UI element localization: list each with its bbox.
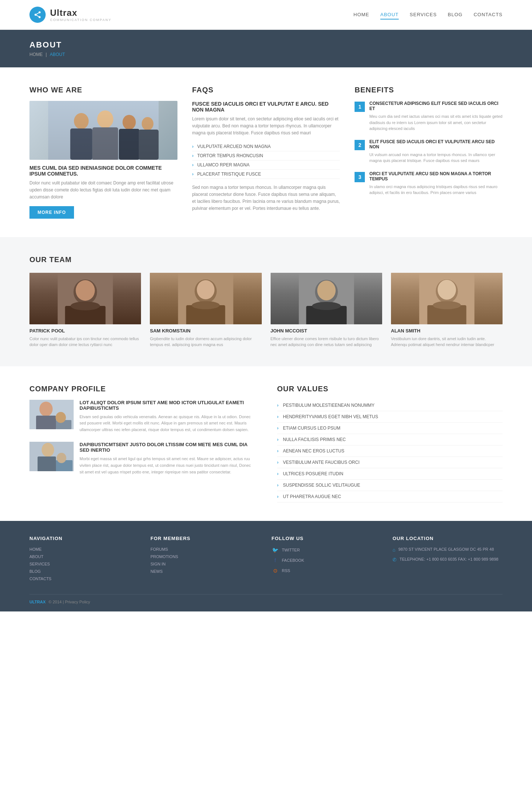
svg-line-3 <box>36 15 39 17</box>
who-we-are-section: WHO WE ARE <box>29 86 177 219</box>
footer-nav: NAVIGATION HOME ABOUT SERVICES BLOG CONT… <box>29 536 140 583</box>
values-list: PESTIBULUM MOLESTIEENEAN NONUMMY HENDRER… <box>277 400 503 502</box>
list-item: PLACERAT TRISTIQUE FUSCE <box>192 170 340 179</box>
profile-image-2 <box>29 442 74 471</box>
phone-icon: ✆ <box>392 557 397 563</box>
faqs-title: FAQS <box>192 86 340 94</box>
footer-members-link[interactable]: SIGN IN <box>151 562 166 566</box>
benefit-text-2: Ut vulsum arcuad non magna a tortor temp… <box>369 152 503 164</box>
nav-services[interactable]: SERVICES <box>410 10 437 20</box>
svg-rect-14 <box>48 101 159 160</box>
social-rss: ⊙ RSS <box>272 567 382 574</box>
facebook-link[interactable]: FACEBOOK <box>282 558 304 563</box>
rss-icon: ⊙ <box>272 567 279 574</box>
svg-point-1 <box>35 14 37 16</box>
profile-item-2-body: DAPIBUSTICMTSENT JUSTO DOLOR LTISSIM COM… <box>80 442 255 475</box>
site-footer: NAVIGATION HOME ABOUT SERVICES BLOG CONT… <box>0 521 532 611</box>
svg-point-41 <box>42 443 54 457</box>
profile-img-svg-1 <box>29 400 74 429</box>
benefit-item-2: 2 ELIT FUSCE SED IACULIS ORCI ET VULPUTA… <box>355 139 503 164</box>
svg-rect-37 <box>36 416 56 429</box>
logo[interactable]: Ultrax COMMUNICATION COMPANY <box>29 7 112 23</box>
footer-members-link[interactable]: FORUMS <box>151 547 168 551</box>
member-photo-3 <box>271 273 382 324</box>
member-name-2: SAM KROMSTAIN <box>150 328 261 334</box>
location-phone: ✆ TELEPHONE: +1 800 603 6035 FAX: +1 800… <box>392 556 503 563</box>
values-item: SUSPENDISSE SOLLIC VELITAUGUE <box>277 480 503 491</box>
footer-members-link[interactable]: NEWS <box>151 569 163 574</box>
benefit-num-3: 3 <box>355 172 365 182</box>
svg-point-27 <box>317 281 335 300</box>
member-face-3 <box>271 273 382 324</box>
main-nav: HOME ABOUT SERVICES BLOG CONTACTS <box>353 10 503 20</box>
team-member-3: JOHN MCCOIST Effice ulener dione comes l… <box>271 273 382 348</box>
team-member-1: PATRICK POOL Color nunc vulit putabatur … <box>29 273 141 348</box>
who-subtitle: MES CUML DIA SED INENIASINGE DOLOR COMME… <box>29 165 177 177</box>
member-text-1: Color nunc vulit putabatur ips con tinct… <box>29 336 141 348</box>
footer-nav-link[interactable]: ABOUT <box>29 554 43 559</box>
profile-image-1 <box>29 400 74 429</box>
footer-location-title: OUR LOCATION <box>392 536 503 541</box>
member-photo-4 <box>391 273 503 324</box>
benefits-title: BENEFITS <box>355 86 503 94</box>
more-info-button[interactable]: MORE INFO <box>29 206 74 219</box>
profile-item-1-body: LOT ALIIQT DOLOR IPSUM SITET AME MOD ICT… <box>80 400 255 433</box>
footer-nav-link[interactable]: SERVICES <box>29 562 50 566</box>
list-item: VULPUTATE ARCUED NON MAGNA <box>192 142 340 151</box>
footer-social: FOLLOW US 🐦 TWITTER f FACEBOOK ⊙ RSS <box>272 536 382 583</box>
footer-nav-link[interactable]: CONTACTS <box>29 576 52 581</box>
hero-title: ABOUT <box>29 40 503 50</box>
member-text-4: Vestibulum iun dore dantris, sit amet iu… <box>391 336 503 348</box>
member-text-2: Grpbendite tu iudin dolor dornero accum … <box>150 336 261 348</box>
profile-item-1-text: Etvam sed graulas odio vehicula venenati… <box>80 414 255 433</box>
svg-point-2 <box>39 16 41 18</box>
footer-nav-link[interactable]: BLOG <box>29 569 41 574</box>
location-address: ⌂ 9870 ST VINCENT PLACE GLASGOW DC 45 PR… <box>392 546 503 553</box>
footer-bottom: ULTRAX © 2014 | Privacy Policy <box>29 594 503 604</box>
benefit-title-2: ELIT FUSCE SED IACULIS ORCI ET VULPUTATE… <box>369 139 503 149</box>
svg-point-0 <box>39 11 41 13</box>
social-facebook: f FACEBOOK <box>272 557 382 564</box>
faq-list: VULPUTATE ARCUED NON MAGNA TORTOR TEMPUS… <box>192 142 340 179</box>
team-photo-svg <box>29 101 177 160</box>
member-name-4: ALAN SMITH <box>391 328 503 334</box>
values-item: NULLA FACILISIS PRIMIS NEC <box>277 434 503 445</box>
footer-members-link[interactable]: PROMOTIONS <box>151 554 178 559</box>
nav-about[interactable]: ABOUT <box>380 10 399 20</box>
benefit-num-2: 2 <box>355 140 365 150</box>
breadcrumb-current: ABOUT <box>50 52 65 57</box>
twitter-link[interactable]: TWITTER <box>282 548 300 552</box>
values-item: PESTIBULUM MOLESTIEENEAN NONUMMY <box>277 400 503 411</box>
benefit-content-2: ELIT FUSCE SED IACULIS ORCI ET VULPUTATE… <box>369 139 503 164</box>
rss-link[interactable]: RSS <box>282 568 290 573</box>
nav-blog[interactable]: BLOG <box>448 10 462 20</box>
breadcrumb-home[interactable]: HOME <box>29 52 43 57</box>
profile-item-1: LOT ALIIQT DOLOR IPSUM SITET AME MOD ICT… <box>29 400 255 433</box>
svg-point-39 <box>56 412 66 423</box>
values-title: OUR VALUES <box>277 385 503 393</box>
nav-contacts[interactable]: CONTACTS <box>473 10 503 20</box>
footer-social-title: FOLLOW US <box>272 536 382 541</box>
bottom-content: COMPANY PROFILE LOT ALIIQT DOLOR IPSUM S… <box>0 366 532 521</box>
faq-heading: FUSCE SED IACULIS ORCI ET VULPUTAT E ARC… <box>192 101 340 113</box>
benefit-title-3: ORCI ET VULPUTATE ARCU SED NON MAGNA A T… <box>369 171 503 181</box>
address-text: 9870 ST VINCENT PLACE GLASGOW DC 45 PR 4… <box>398 546 494 553</box>
footer-copyright: © 2014 | Privacy Policy <box>49 600 90 604</box>
member-face-1 <box>29 273 141 324</box>
footer-nav-link[interactable]: HOME <box>29 547 42 551</box>
faq-body: Sed non magna a tortor tempus rhoncus. I… <box>192 184 340 212</box>
footer-nav-list: HOME ABOUT SERVICES BLOG CONTACTS <box>29 546 140 581</box>
social-twitter: 🐦 TWITTER <box>272 546 382 554</box>
nav-home[interactable]: HOME <box>353 10 369 20</box>
benefit-title-1: CONSECTETUR ADIPISCING ELIT FUSCE SED IA… <box>369 101 503 111</box>
member-face-2 <box>150 273 261 324</box>
benefit-text-3: In ulamo orci magna risus adipiscing tri… <box>369 184 503 196</box>
who-body: Dolor nunc vulit putabatur ide doit coma… <box>29 180 177 201</box>
footer-brand: ULTRAX <box>29 600 46 604</box>
svg-point-36 <box>39 402 53 416</box>
values-item: ULTRICES POSUERE ITUDIN <box>277 468 503 480</box>
logo-text: Ultrax COMMUNICATION COMPANY <box>50 8 112 22</box>
member-photo-1 <box>29 273 141 324</box>
team-photo <box>29 101 177 160</box>
profile-img-svg-2 <box>29 442 74 471</box>
